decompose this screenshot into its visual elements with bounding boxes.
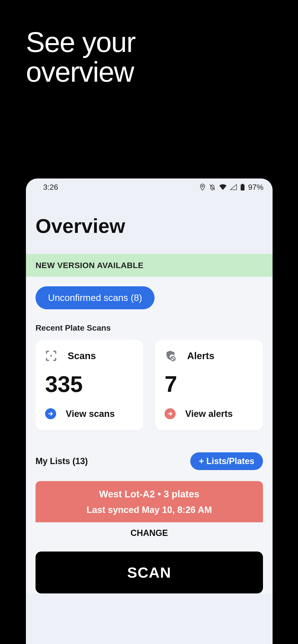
alerts-card-title: Alerts bbox=[187, 350, 214, 361]
bell-off-icon bbox=[209, 184, 216, 191]
stats-cards: Scans 335 View scans Alerts 7 bbox=[36, 340, 263, 430]
view-alerts-label: View alerts bbox=[185, 409, 233, 419]
alerts-count: 7 bbox=[165, 371, 253, 397]
lot-title: West Lot-A2 • 3 plates bbox=[40, 489, 258, 500]
signal-icon bbox=[230, 184, 237, 190]
shield-alert-icon bbox=[165, 350, 177, 362]
arrow-right-icon bbox=[165, 408, 176, 419]
svg-rect-2 bbox=[241, 184, 244, 190]
arrow-right-icon bbox=[45, 408, 56, 419]
scans-card[interactable]: Scans 335 View scans bbox=[36, 340, 143, 430]
status-time: 3:26 bbox=[43, 183, 58, 192]
svg-point-0 bbox=[202, 186, 203, 187]
svg-point-3 bbox=[50, 355, 52, 357]
alerts-card[interactable]: Alerts 7 View alerts bbox=[155, 340, 263, 430]
phone-frame: 3:26 97% Overview NEW VERSION AVAILABLE … bbox=[26, 178, 272, 644]
lists-row: My Lists (13) + Lists/Plates bbox=[36, 452, 263, 470]
svg-rect-1 bbox=[242, 184, 243, 184]
location-icon bbox=[200, 184, 205, 191]
status-bar: 3:26 97% bbox=[26, 178, 272, 196]
svg-line-5 bbox=[172, 357, 175, 360]
view-scans-label: View scans bbox=[66, 409, 115, 419]
promo-heading: See your overview bbox=[0, 0, 298, 87]
unconfirmed-scans-chip[interactable]: Unconfirmed scans (8) bbox=[36, 286, 155, 309]
battery-percent: 97% bbox=[248, 183, 263, 192]
view-scans-link[interactable]: View scans bbox=[45, 408, 134, 419]
wifi-icon bbox=[219, 184, 226, 190]
scans-count: 335 bbox=[45, 371, 134, 397]
promo-line1: See your bbox=[26, 28, 298, 57]
update-banner[interactable]: NEW VERSION AVAILABLE bbox=[26, 254, 272, 277]
page-title: Overview bbox=[26, 196, 272, 254]
lot-sync-time: Last synced May 10, 8:26 AM bbox=[40, 505, 258, 515]
promo-line2: overview bbox=[26, 57, 298, 87]
my-lists-label: My Lists (13) bbox=[36, 456, 88, 466]
scans-card-title: Scans bbox=[68, 350, 96, 361]
current-lot-card[interactable]: West Lot-A2 • 3 plates Last synced May 1… bbox=[36, 481, 263, 522]
scan-icon bbox=[45, 350, 57, 362]
content-area: Unconfirmed scans (8) Recent Plate Scans… bbox=[26, 277, 272, 594]
scan-button[interactable]: SCAN bbox=[36, 552, 263, 594]
view-alerts-link[interactable]: View alerts bbox=[165, 408, 253, 419]
change-button[interactable]: CHANGE bbox=[36, 528, 263, 538]
status-icons: 97% bbox=[200, 183, 263, 192]
battery-icon bbox=[240, 184, 245, 190]
recent-scans-label: Recent Plate Scans bbox=[36, 323, 263, 332]
add-lists-button[interactable]: + Lists/Plates bbox=[190, 452, 263, 470]
